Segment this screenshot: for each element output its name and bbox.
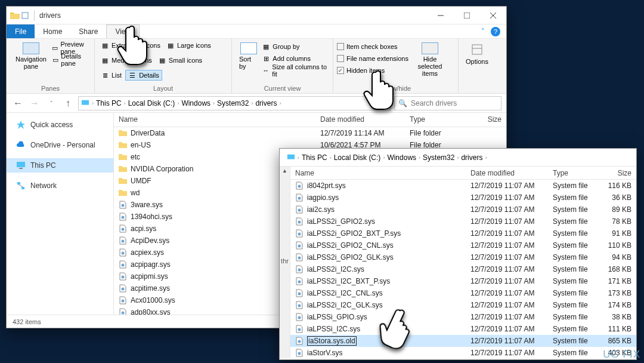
table-row[interactable]: iagpio.sys12/7/2019 11:07 AMSystem file3… xyxy=(290,192,636,204)
explorer-window-2: ›This PC›Local Disk (C:)›Windows›System3… xyxy=(279,148,637,360)
item-checkboxes-toggle[interactable]: Item check boxes xyxy=(337,41,408,52)
table-row[interactable]: iaLPSSi_I2C.sys12/7/2019 11:07 AMSystem … xyxy=(290,323,636,335)
crumb[interactable]: drivers xyxy=(461,153,482,162)
crumb[interactable]: Local Disk (C:) xyxy=(128,99,175,107)
add-columns-button[interactable]: ⊞Add columns xyxy=(262,53,329,64)
svg-point-38 xyxy=(298,352,301,355)
table-row[interactable]: DriverData12/7/2019 11:14 AMFile folder xyxy=(114,127,506,139)
crumb[interactable]: Windows xyxy=(387,153,416,162)
up-button[interactable]: ↑ xyxy=(61,97,75,110)
layout-large[interactable]: ▦Large icons xyxy=(164,40,213,51)
group-by-button[interactable]: ▦Group by xyxy=(262,41,329,52)
sidebar-onedrive[interactable]: OneDrive - Personal xyxy=(7,138,113,152)
svg-point-15 xyxy=(122,227,125,230)
table-row[interactable]: iaStorV.sys12/7/2019 11:07 AMSystem file… xyxy=(290,347,636,358)
qat-props-icon[interactable] xyxy=(21,11,29,20)
table-row[interactable]: iaLPSS2i_I2C_CNL.sys12/7/2019 11:07 AMSy… xyxy=(290,287,636,299)
sidebar-this-pc[interactable]: This PC xyxy=(7,158,113,173)
crumb[interactable]: drivers xyxy=(255,99,277,107)
svg-point-36 xyxy=(298,328,301,331)
table-row[interactable]: iaLPSS2i_I2C.sys12/7/2019 11:07 AMSystem… xyxy=(290,263,636,275)
crumb[interactable]: Windows xyxy=(181,99,210,107)
back-button[interactable]: ← xyxy=(11,97,24,110)
crumb[interactable]: Local Disk (C:) xyxy=(334,153,381,162)
sort-by-button[interactable]: Sort by xyxy=(236,40,262,72)
col-name[interactable]: Name xyxy=(114,115,315,124)
table-row[interactable]: iaLPSS2i_GPIO2_GLK.sys12/7/2019 11:07 AM… xyxy=(290,251,636,263)
svg-point-26 xyxy=(298,209,301,212)
column-headers[interactable]: Name Date modified Type Size xyxy=(114,113,506,127)
crumb[interactable]: System32 xyxy=(217,99,249,107)
options-button[interactable]: Options xyxy=(462,40,492,67)
table-row[interactable]: iaLPSS2i_I2C_BXT_P.sys12/7/2019 11:07 AM… xyxy=(290,275,636,287)
table-row[interactable]: i8042prt.sys12/7/2019 11:07 AMSystem fil… xyxy=(290,180,636,192)
menu-share[interactable]: Share xyxy=(70,24,106,38)
file-list[interactable]: i8042prt.sys12/7/2019 11:07 AMSystem fil… xyxy=(290,180,636,358)
col-type[interactable]: Type xyxy=(405,115,465,124)
recent-button[interactable]: ˅ xyxy=(45,97,58,110)
group-panes-label: Panes xyxy=(10,84,91,92)
menu-file[interactable]: File xyxy=(7,24,35,38)
layout-small[interactable]: ▦Small icons xyxy=(156,55,205,66)
group-current-label: Current view xyxy=(236,84,329,92)
star-icon xyxy=(16,120,26,130)
layout-list[interactable]: ≣List xyxy=(98,70,124,81)
file-extensions-toggle[interactable]: File name extensions xyxy=(337,53,408,64)
col-name[interactable]: Name xyxy=(290,169,466,177)
svg-point-20 xyxy=(122,287,125,290)
breadcrumb[interactable]: ›This PC›Local Disk (C:)›Windows›System3… xyxy=(78,96,391,110)
forward-button[interactable]: → xyxy=(28,97,41,110)
details-pane-button[interactable]: ▭Details pane xyxy=(52,54,91,65)
layout-medium[interactable]: ▦Medium icons xyxy=(98,55,154,66)
col-type[interactable]: Type xyxy=(548,169,600,177)
sidebar-network[interactable]: Network xyxy=(7,179,113,193)
col-size[interactable]: Size xyxy=(600,169,636,177)
svg-point-33 xyxy=(298,293,301,296)
network-icon xyxy=(16,181,26,190)
group-layout-label: Layout xyxy=(98,84,228,92)
col-date[interactable]: Date modified xyxy=(315,115,405,124)
table-row[interactable]: iaStora.sys.old12/7/2019 11:07 AMSystem … xyxy=(290,335,636,347)
sidebar-quick-access[interactable]: Quick access xyxy=(7,118,113,132)
group-showhide-label: Show/hide xyxy=(337,84,454,92)
table-row[interactable]: iaLPSS2i_GPIO2_BXT_P.sys12/7/2019 11:07 … xyxy=(290,227,636,239)
svg-point-30 xyxy=(298,257,301,260)
table-row[interactable]: iaLPSS2i_GPIO2.sys12/7/2019 11:07 AMSyst… xyxy=(290,216,636,227)
layout-details[interactable]: ☰Details xyxy=(125,70,162,81)
minimize-button[interactable] xyxy=(428,7,454,24)
svg-point-32 xyxy=(298,281,301,284)
svg-rect-9 xyxy=(19,168,23,169)
hide-selected-button[interactable]: Hide selected items xyxy=(408,40,451,79)
titlebar[interactable]: drivers xyxy=(7,7,506,24)
layout-extra-large[interactable]: ▦Extra large icons xyxy=(98,40,163,51)
table-row[interactable]: iaLPSS2i_GPIO2_CNL.sys12/7/2019 11:07 AM… xyxy=(290,239,636,251)
crumb[interactable]: This PC xyxy=(302,153,327,162)
menu-view[interactable]: View xyxy=(106,24,140,38)
item-count: 432 items xyxy=(13,318,41,325)
svg-point-14 xyxy=(122,216,125,219)
size-columns-button[interactable]: ↔Size all columns to fit xyxy=(262,65,329,76)
breadcrumb[interactable]: ›This PC›Local Disk (C:)›Windows›System3… xyxy=(284,150,631,165)
menu-home[interactable]: Home xyxy=(35,24,70,38)
crumb[interactable]: System32 xyxy=(423,153,454,162)
scrollbar[interactable]: ▲thr xyxy=(280,167,290,358)
navigation-pane-button[interactable]: Navigation pane xyxy=(10,40,52,72)
monitor-icon xyxy=(16,161,26,170)
crumb[interactable]: This PC xyxy=(96,99,122,107)
svg-point-17 xyxy=(122,251,125,254)
maximize-button[interactable] xyxy=(454,7,480,24)
table-row[interactable]: iaLPSS2i_I2C_GLK.sys12/7/2019 11:07 AMSy… xyxy=(290,299,636,311)
close-button[interactable] xyxy=(480,7,506,24)
folder-icon xyxy=(10,11,20,20)
help-icon[interactable]: ? xyxy=(491,27,500,36)
preview-pane-button[interactable]: ▭Preview pane xyxy=(52,42,91,53)
sidebar: Quick access OneDrive - Personal This PC… xyxy=(7,113,114,315)
hidden-items-toggle[interactable]: ✓Hidden items xyxy=(337,65,408,76)
ribbon-chevron-icon[interactable]: ˄ xyxy=(481,27,485,35)
col-date[interactable]: Date modified xyxy=(466,169,548,177)
table-row[interactable]: iaLPSSi_GPIO.sys12/7/2019 11:07 AMSystem… xyxy=(290,311,636,323)
col-size[interactable]: Size xyxy=(465,115,506,124)
search-input[interactable]: 🔍Search drivers xyxy=(394,96,501,110)
column-headers[interactable]: Name Date modified Type Size xyxy=(290,167,636,180)
table-row[interactable]: iai2c.sys12/7/2019 11:07 AMSystem file89… xyxy=(290,204,636,216)
